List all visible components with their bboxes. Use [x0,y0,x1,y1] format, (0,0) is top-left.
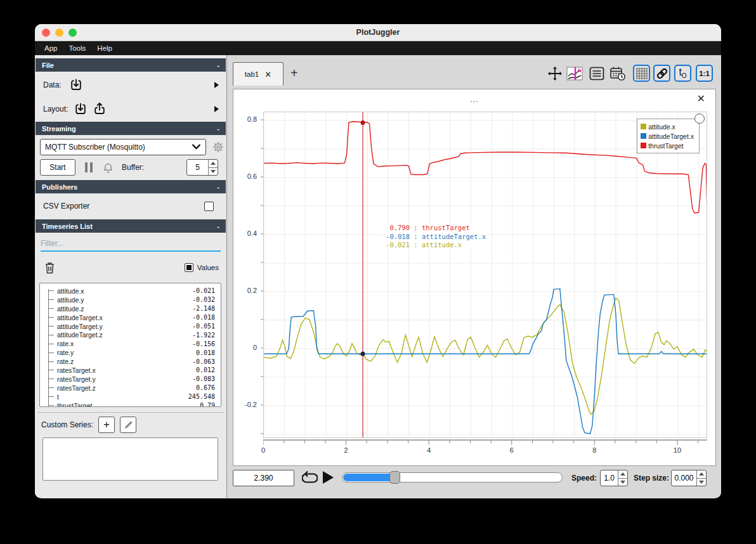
datetime-icon[interactable] [609,65,626,82]
readout-line: 0.790 : thrustTarget [384,224,486,233]
list-item[interactable]: thrustTarget0.79 [40,401,215,407]
tracker-cursor-icon[interactable]: A [566,65,583,82]
pan-zoom-icon[interactable] [546,65,563,82]
bell-icon[interactable] [102,162,114,174]
csv-exporter-label: CSV Exporter [43,202,89,210]
list-item[interactable]: ratesTarget.y-0.083 [40,375,215,384]
section-header-streaming[interactable]: Streaming - [36,122,226,135]
layout-menu-arrow-icon[interactable] [214,106,219,112]
readout-line: -0.021 : attitude.x [384,241,486,250]
add-tab-button[interactable]: + [290,66,298,81]
add-custom-series-button[interactable]: + [98,417,115,433]
link-axes-icon[interactable] [653,65,670,82]
collapse-icon[interactable]: - [217,183,219,191]
start-button[interactable]: Start [40,159,75,176]
x-tick-label: 10 [674,446,681,454]
list-view-icon[interactable] [588,65,605,82]
timeseries-list[interactable]: attitude.x-0.021 attitude.y-0.032 attitu… [39,283,221,407]
tab-tab1[interactable]: tab1 ✕ [233,62,284,86]
plot-canvas[interactable] [263,112,707,438]
x-tick-label: 0 [261,446,265,454]
loop-icon[interactable] [302,470,318,486]
gear-icon[interactable] [212,141,225,153]
y-tick-label: 0.6 [234,172,257,180]
legend[interactable]: attitude.x attitudeTarget.x thrustTarget [637,119,700,153]
list-item[interactable]: attitude.x-0.021 [40,287,215,295]
list-item[interactable]: rate.x-0.156 [40,339,215,348]
timeline-slider[interactable] [342,472,563,482]
step-size-label: Step size: [634,474,669,482]
streaming-source-row: MQTT Subscriber (Mosquitto) [35,139,226,155]
speed-spinbox[interactable]: 1.0 [600,470,628,486]
list-item[interactable]: attitudeTarget.y-0.051 [40,322,215,331]
trash-icon[interactable] [44,261,56,275]
spin-down-icon[interactable] [209,168,218,176]
buffer-spinbox[interactable]: 5 [186,159,218,176]
streaming-source-select[interactable]: MQTT Subscriber (Mosquitto) [40,139,206,155]
list-item[interactable]: rate.y0.018 [40,348,215,357]
legend-swatch [641,143,646,148]
spin-up-icon[interactable] [697,470,706,479]
list-item[interactable]: ratesTarget.z0.676 [40,384,215,392]
collapse-icon[interactable]: - [217,62,219,69]
section-header-file[interactable]: File - [36,58,226,72]
y-tick-label: 0.2 [234,287,257,294]
collapse-icon[interactable]: - [217,125,219,133]
list-toolbar-row: 27 of 27 Values [35,259,226,276]
traffic-light-minimize[interactable] [55,29,63,37]
plot-close-icon[interactable]: ✕ [697,94,705,104]
spin-up-icon[interactable] [209,160,218,168]
grid-layout-icon[interactable] [633,65,650,82]
legend-item[interactable]: attitudeTarget.x [641,131,694,141]
readout-line: -0.018 : attitudeTarget.x [384,233,486,242]
plot-title[interactable]: ... [233,95,715,104]
load-data-icon[interactable] [69,78,83,92]
spin-down-icon[interactable] [697,479,706,486]
traffic-light-close[interactable] [42,29,50,37]
csv-exporter-checkbox[interactable] [204,202,214,211]
list-item[interactable]: attitude.z-2.148 [40,304,215,313]
legend-item[interactable]: thrustTarget [641,141,694,150]
spin-up-icon[interactable] [618,470,627,479]
custom-series-list[interactable] [42,437,218,481]
step-size-spinbox[interactable]: 0.000 [671,470,707,486]
save-layout-icon[interactable] [93,102,107,116]
section-header-timeseries[interactable]: Timeseries List - [36,219,226,233]
time-offset-icon[interactable]: tO [674,65,691,82]
list-item[interactable]: attitudeTarget.x-0.018 [40,313,215,322]
legend-swatch [641,124,646,129]
menu-help[interactable]: Help [91,44,118,52]
sidebar: File - Data: Layout: [35,55,227,498]
slider-fill [343,474,393,481]
list-item[interactable]: rate.z-0.063 [40,357,215,366]
legend-swatch [641,133,646,139]
edit-custom-series-button[interactable] [120,417,136,433]
custom-series-label: Custom Series: [41,420,93,429]
pause-icon[interactable] [84,162,93,173]
list-item[interactable]: ratesTarget.x0.012 [40,366,215,375]
collapse-icon[interactable]: - [217,223,219,230]
data-row: Data: [35,75,226,94]
list-item[interactable]: attitudeTarget.z-1.922 [40,330,215,339]
load-layout-icon[interactable] [74,102,88,116]
ratio-one-to-one-icon[interactable]: 1:1 [696,65,713,82]
menu-app[interactable]: App [39,44,63,52]
list-item[interactable]: t245.548 [40,392,215,401]
data-menu-arrow-icon[interactable] [214,82,219,88]
y-tick-label: 0.8 [234,115,257,123]
legend-handle[interactable] [694,113,705,124]
section-header-publishers[interactable]: Publishers - [36,180,226,193]
play-button[interactable] [323,471,334,484]
tab-close-icon[interactable]: ✕ [264,70,271,79]
filter-input[interactable] [41,236,221,252]
traffic-light-zoom[interactable] [68,29,77,37]
values-checkbox[interactable] [185,263,193,272]
list-item[interactable]: attitude.y-0.032 [40,295,215,304]
menubar: App Tools Help [35,41,721,55]
slider-handle[interactable] [389,471,400,484]
time-display[interactable]: 2.390 [233,470,294,486]
menu-tools[interactable]: Tools [63,44,91,52]
data-label: Data: [43,81,62,89]
legend-item[interactable]: attitude.x [641,122,694,131]
spin-down-icon[interactable] [618,479,627,486]
